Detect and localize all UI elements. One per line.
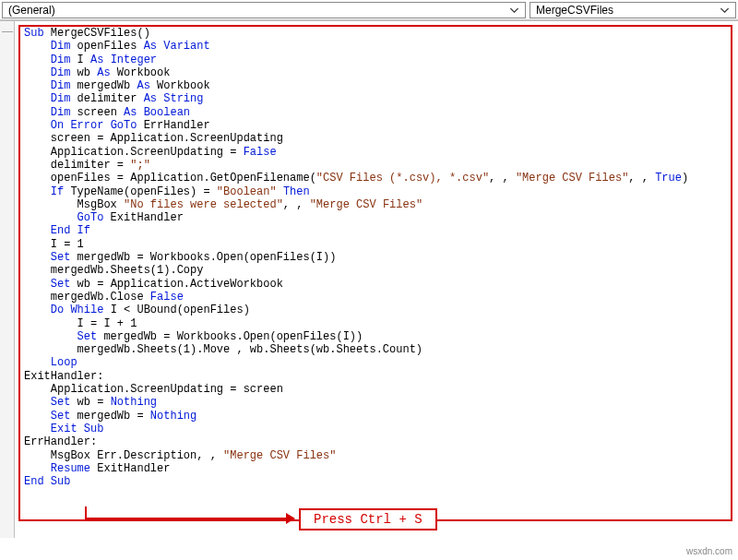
splitter-handle[interactable]	[2, 23, 13, 32]
object-selector[interactable]: (General)	[2, 2, 526, 18]
press-ctrl-s-callout: Press Ctrl + S	[299, 508, 437, 530]
editor-gutter	[0, 21, 15, 538]
procedure-selector-value: MergeCSVFiles	[536, 4, 613, 17]
chevron-down-icon	[506, 4, 521, 17]
arrow-vertical	[85, 506, 87, 518]
procedure-selector[interactable]: MergeCSVFiles	[530, 2, 736, 18]
watermark-text: wsxdn.com	[686, 546, 732, 556]
code-area: Sub MergeCSVFiles() Dim openFiles As Var…	[15, 21, 738, 538]
arrow-horizontal	[85, 518, 290, 519]
code-pane-annotated: Sub MergeCSVFiles() Dim openFiles As Var…	[18, 25, 732, 521]
callout-label: Press Ctrl + S	[314, 512, 423, 527]
vba-code[interactable]: Sub MergeCSVFiles() Dim openFiles As Var…	[20, 27, 731, 488]
editor-container: Sub MergeCSVFiles() Dim openFiles As Var…	[0, 20, 738, 538]
chevron-down-icon	[717, 4, 732, 17]
callout-arrow: Press Ctrl + S	[24, 518, 738, 538]
object-selector-value: (General)	[8, 4, 55, 17]
arrow-head-icon	[286, 513, 295, 524]
object-procedure-bar: (General) MergeCSVFiles	[0, 0, 738, 20]
